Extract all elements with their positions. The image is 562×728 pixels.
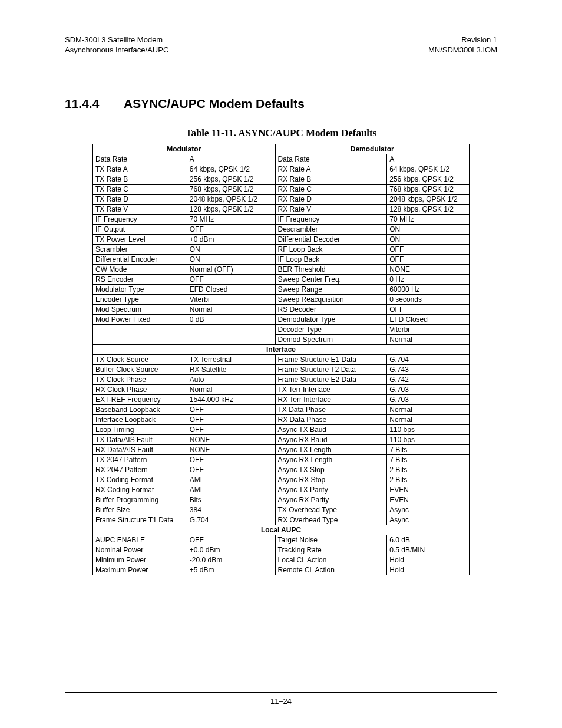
table-cell: 128 kbps, QPSK 1/2 <box>187 204 275 214</box>
table-cell: OFF <box>387 304 470 314</box>
table-cell: OFF <box>187 465 275 475</box>
table-cell: TX Power Level <box>93 234 187 244</box>
table-cell: Async RX Stop <box>275 475 387 485</box>
table-cell: RX Coding Format <box>93 485 187 495</box>
table-cell: Data Rate <box>275 154 387 164</box>
table-cell: RX Clock Phase <box>93 384 187 394</box>
table-cell: 2048 kbps, QPSK 1/2 <box>187 194 275 204</box>
table-cell: RS Decoder <box>275 304 387 314</box>
table-cell: ON <box>387 224 470 234</box>
table-cell: Mod Power Fixed <box>93 314 187 324</box>
section-head-right: Demodulator <box>275 144 469 154</box>
section-head: Interface <box>93 344 470 354</box>
table-cell: Baseband Loopback <box>93 404 187 414</box>
table-cell: ON <box>187 254 275 264</box>
table-cell: TX Clock Phase <box>93 374 187 384</box>
table-cell: BER Threshold <box>275 264 387 274</box>
table-cell: Frame Structure E1 Data <box>275 354 387 364</box>
table-cell: TX Rate B <box>93 174 187 184</box>
table-cell: Demodulator Type <box>275 314 387 324</box>
table-cell: 0 Hz <box>387 274 470 284</box>
table-cell: Async RX Length <box>275 454 387 465</box>
page: SDM-300L3 Satellite Modem Asynchronous I… <box>0 0 562 728</box>
table-cell: AMI <box>187 475 275 485</box>
table-cell: Buffer Clock Source <box>93 364 187 374</box>
table-cell: Mod Spectrum <box>93 304 187 314</box>
table-cell: Maximum Power <box>93 565 187 575</box>
table-cell: RX Data Phase <box>275 414 387 424</box>
table-cell: Normal <box>387 414 470 424</box>
table-cell: Normal <box>187 304 275 314</box>
table-cell: Local CL Action <box>275 555 387 565</box>
table-cell: Differential Decoder <box>275 234 387 244</box>
table-cell: CW Mode <box>93 264 187 274</box>
table-cell: G.703 <box>387 394 470 404</box>
table-cell: Data Rate <box>93 154 187 164</box>
header-right-line1: Revision 1 <box>461 35 497 44</box>
table-cell: TX Data/AIS Fault <box>93 434 187 444</box>
section-heading: 11.4.4ASYNC/AUPC Modem Defaults <box>65 97 497 111</box>
table-cell: ON <box>187 244 275 254</box>
table-cell: AMI <box>187 485 275 495</box>
table-cell: Target Noise <box>275 535 387 545</box>
table-cell: Async TX Length <box>275 444 387 454</box>
table-cell: Hold <box>387 555 470 565</box>
table-cell: TX Terr Interface <box>275 384 387 394</box>
table-cell: Frame Structure T1 Data <box>93 515 187 525</box>
table-cell <box>187 324 275 334</box>
table-cell: 7 Bits <box>387 454 470 465</box>
table-cell: Minimum Power <box>93 555 187 565</box>
table-cell: 384 <box>187 505 275 515</box>
table-cell: +0 dBm <box>187 234 275 244</box>
table-cell: RX Overhead Type <box>275 515 387 525</box>
table-cell: Loop Timing <box>93 424 187 434</box>
table-cell: Async TX Stop <box>275 465 387 475</box>
table-cell: RX Rate D <box>275 194 387 204</box>
table-cell: Sweep Center Freq. <box>275 274 387 284</box>
section-head: Local AUPC <box>93 525 470 535</box>
section-number: 11.4.4 <box>65 97 124 111</box>
table-cell: EVEN <box>387 495 470 505</box>
table-cell: TX 2047 Pattern <box>93 454 187 465</box>
table-cell: Buffer Programming <box>93 495 187 505</box>
table-cell: TX Rate A <box>93 164 187 174</box>
table-cell: Async TX Baud <box>275 424 387 434</box>
table-cell: Async RX Parity <box>275 495 387 505</box>
table-cell: 1544.000 kHz <box>187 394 275 404</box>
table-cell: Frame Structure T2 Data <box>275 364 387 374</box>
table-cell: Interface Loopback <box>93 414 187 424</box>
table-cell: 0 dB <box>187 314 275 324</box>
table-cell: Auto <box>187 374 275 384</box>
table-cell: 128 kbps, QPSK 1/2 <box>387 204 470 214</box>
table-cell: Normal (OFF) <box>187 264 275 274</box>
table-cell: Differential Encoder <box>93 254 187 264</box>
table-cell: G.704 <box>387 354 470 364</box>
table-cell: RX Rate C <box>275 184 387 194</box>
table-cell: Hold <box>387 565 470 575</box>
table-cell: Nominal Power <box>93 545 187 555</box>
table-cell: EFD Closed <box>387 314 470 324</box>
table-cell: TX Rate V <box>93 204 187 214</box>
table-cell: 768 kbps, QPSK 1/2 <box>387 184 470 194</box>
table-cell: RS Encoder <box>93 274 187 284</box>
section-title: ASYNC/AUPC Modem Defaults <box>124 97 305 110</box>
table-cell: Remote CL Action <box>275 565 387 575</box>
table-cell: NONE <box>387 264 470 274</box>
table-cell: A <box>187 154 275 164</box>
table-cell: IF Loop Back <box>275 254 387 264</box>
table-cell: G.742 <box>387 374 470 384</box>
table-cell: RX Rate B <box>275 174 387 184</box>
table-cell: 256 kbps, QPSK 1/2 <box>387 174 470 184</box>
page-header: SDM-300L3 Satellite Modem Asynchronous I… <box>65 35 497 55</box>
table-cell: TX Rate D <box>93 194 187 204</box>
table-cell: 2 Bits <box>387 465 470 475</box>
table-cell: G.703 <box>387 384 470 394</box>
table-cell: NONE <box>187 434 275 444</box>
table-cell: OFF <box>387 244 470 254</box>
table-cell: Buffer Size <box>93 505 187 515</box>
table-cell: RX Rate A <box>275 164 387 174</box>
table-cell: 60000 Hz <box>387 284 470 294</box>
table-cell: Decoder Type <box>275 324 387 334</box>
table-cell: 2 Bits <box>387 475 470 485</box>
table-cell <box>93 324 187 334</box>
